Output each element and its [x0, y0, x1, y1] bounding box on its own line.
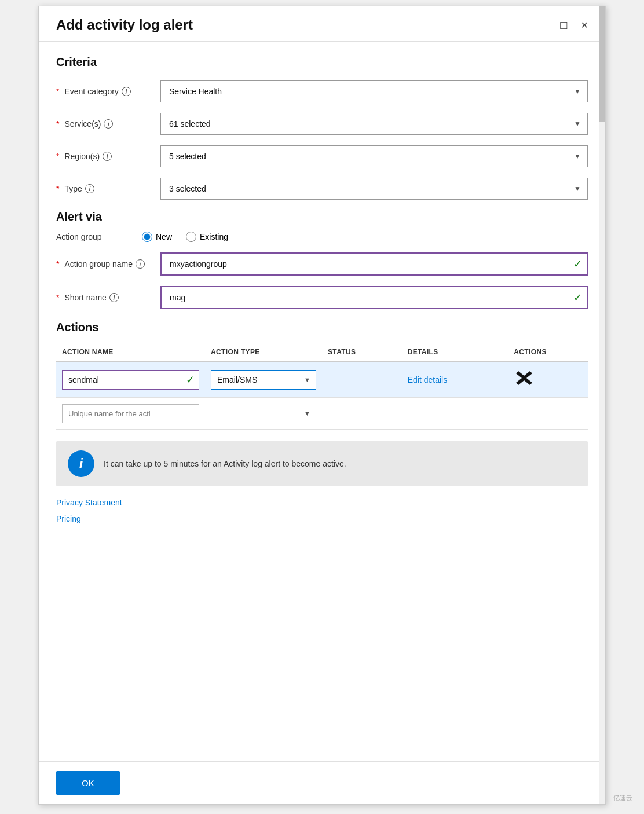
new-action-name-cell	[56, 398, 205, 430]
scrollbar-thumb[interactable]	[599, 6, 605, 122]
actions-section-title: Actions	[56, 321, 588, 334]
services-label: * Service(s) i	[56, 119, 160, 129]
new-action-type-select[interactable]: Email/SMS Webhook ITSM Azure Automation …	[211, 404, 316, 423]
criteria-section: Criteria * Event category i Service Heal…	[56, 56, 588, 200]
alert-via-title: Alert via	[56, 210, 588, 223]
info-banner-text: It can take up to 5 minutes for an Activ…	[104, 459, 346, 468]
col-details: DETAILS	[402, 343, 508, 361]
add-activity-log-alert-dialog: Add activity log alert □ × Criteria * Ev…	[38, 6, 606, 805]
services-info-icon[interactable]: i	[104, 119, 113, 129]
dialog-footer: OK	[39, 761, 605, 804]
action-group-name-label: * Action group name i	[56, 259, 160, 269]
actions-table-header: ACTION NAME ACTION TYPE STATUS DETAILS A…	[56, 343, 588, 361]
sn-info-icon[interactable]: i	[109, 293, 119, 302]
agn-check-icon: ✓	[573, 258, 582, 270]
short-name-row: * Short name i ✓	[56, 286, 588, 309]
dialog-title: Add activity log alert	[56, 17, 193, 33]
regions-label: * Region(s) i	[56, 152, 160, 161]
col-actions: ACTIONS	[508, 343, 588, 361]
edit-details-link[interactable]: Edit details	[408, 375, 447, 384]
info-letter: i	[79, 456, 83, 472]
actions-section: Actions ACTION NAME ACTION TYPE STATUS D…	[56, 321, 588, 430]
required-star-type: *	[56, 184, 59, 193]
new-radio-option[interactable]: New	[142, 232, 172, 242]
dialog-content: Criteria * Event category i Service Heal…	[39, 42, 605, 761]
required-star-services: *	[56, 119, 59, 129]
required-star-agn: *	[56, 259, 59, 269]
actions-table: ACTION NAME ACTION TYPE STATUS DETAILS A…	[56, 343, 588, 430]
agn-info-icon[interactable]: i	[136, 259, 145, 269]
col-action-name: ACTION NAME	[56, 343, 205, 361]
alert-via-section: Alert via Action group New Existing * Ac…	[56, 210, 588, 309]
action-details-cell: Edit details	[402, 361, 508, 398]
criteria-section-title: Criteria	[56, 56, 588, 69]
type-select[interactable]: 3 selected	[160, 178, 588, 200]
pricing-link[interactable]: Pricing	[56, 514, 588, 523]
action-name-cell: ✓	[56, 361, 205, 398]
event-category-select[interactable]: Service Health	[160, 80, 588, 102]
action-group-name-row: * Action group name i ✓	[56, 252, 588, 276]
action-group-name-wrapper: ✓	[160, 252, 588, 276]
new-radio[interactable]	[142, 232, 152, 242]
regions-info-icon[interactable]: i	[103, 152, 112, 161]
actions-table-body: ✓ Email/SMS Edit details	[56, 361, 588, 430]
short-name-label: * Short name i	[56, 293, 160, 302]
services-row: * Service(s) i 61 selected	[56, 113, 588, 135]
delete-action-button[interactable]	[514, 368, 535, 391]
action-status-cell	[322, 361, 402, 398]
short-name-input[interactable]	[160, 286, 588, 309]
type-row: * Type i 3 selected	[56, 178, 588, 200]
new-action-type-wrapper: Email/SMS Webhook ITSM Azure Automation …	[211, 404, 316, 423]
action-name-input[interactable]	[62, 370, 199, 390]
action-group-radio-row: Action group New Existing	[56, 232, 588, 242]
action-type-cell: Email/SMS	[205, 361, 322, 398]
new-action-row: Email/SMS Webhook ITSM Azure Automation …	[56, 398, 588, 430]
regions-select[interactable]: 5 selected	[160, 145, 588, 167]
existing-radio-label: Existing	[200, 232, 228, 241]
type-label: * Type i	[56, 184, 160, 193]
sn-check-icon: ✓	[573, 291, 582, 304]
dialog-header: Add activity log alert □ ×	[39, 6, 605, 42]
new-details-cell	[402, 398, 508, 430]
col-status: STATUS	[322, 343, 402, 361]
action-name-input-wrapper: ✓	[62, 370, 199, 390]
maximize-button[interactable]: □	[557, 18, 570, 32]
new-radio-label: New	[156, 232, 172, 241]
services-select-wrapper: 61 selected	[160, 113, 588, 135]
links-section: Privacy Statement Pricing	[56, 498, 588, 523]
action-delete-cell	[508, 361, 588, 398]
event-category-row: * Event category i Service Health	[56, 80, 588, 102]
type-select-wrapper: 3 selected	[160, 178, 588, 200]
type-info-icon[interactable]: i	[85, 184, 94, 193]
existing-radio-option[interactable]: Existing	[186, 232, 228, 242]
action-group-label: Action group	[56, 232, 137, 241]
info-banner: i It can take up to 5 minutes for an Act…	[56, 441, 588, 486]
existing-radio[interactable]	[186, 232, 196, 242]
required-star-regions: *	[56, 152, 59, 161]
required-star-sn: *	[56, 293, 59, 302]
services-select[interactable]: 61 selected	[160, 113, 588, 135]
event-category-label: * Event category i	[56, 87, 160, 96]
regions-row: * Region(s) i 5 selected	[56, 145, 588, 167]
header-icons: □ ×	[557, 18, 591, 32]
action-group-name-input[interactable]	[160, 252, 588, 276]
col-action-type: ACTION TYPE	[205, 343, 322, 361]
new-action-name-input[interactable]	[62, 404, 199, 423]
event-category-info-icon[interactable]: i	[122, 87, 131, 96]
privacy-statement-link[interactable]: Privacy Statement	[56, 498, 588, 507]
watermark: 亿速云	[613, 794, 632, 802]
table-row: ✓ Email/SMS Edit details	[56, 361, 588, 398]
short-name-wrapper: ✓	[160, 286, 588, 309]
scrollbar-track[interactable]	[599, 6, 605, 804]
new-status-cell	[322, 398, 402, 430]
svg-marker-0	[516, 371, 532, 385]
required-star: *	[56, 87, 59, 96]
regions-select-wrapper: 5 selected	[160, 145, 588, 167]
new-delete-cell	[508, 398, 588, 430]
close-button[interactable]: ×	[577, 18, 591, 32]
ok-button[interactable]: OK	[56, 771, 120, 795]
action-type-select[interactable]: Email/SMS	[211, 370, 316, 390]
action-type-wrapper: Email/SMS	[211, 370, 316, 390]
event-category-select-wrapper: Service Health	[160, 80, 588, 102]
delete-icon	[514, 368, 535, 388]
